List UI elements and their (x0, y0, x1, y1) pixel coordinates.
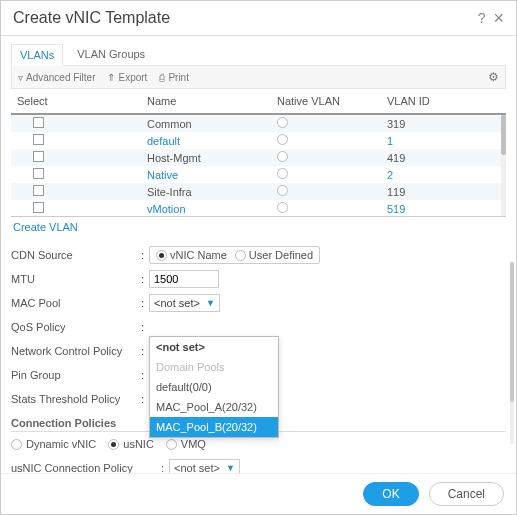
mac-pool-dropdown: <not set> Domain Pools default(0/0) MAC_… (149, 336, 279, 438)
col-select: Select (17, 95, 147, 107)
native-radio[interactable] (277, 151, 288, 162)
native-radio[interactable] (277, 185, 288, 196)
table-row[interactable]: Common 319 (11, 115, 506, 132)
dialog-title: Create vNIC Template (13, 9, 170, 27)
dropdown-option[interactable]: <not set> (150, 337, 278, 357)
chevron-down-icon: ▼ (206, 298, 215, 308)
cancel-button[interactable]: Cancel (429, 482, 504, 506)
chevron-down-icon: ▼ (226, 463, 235, 473)
cdn-source-label: CDN Source (11, 249, 141, 261)
col-vlan-id: VLAN ID (387, 95, 500, 107)
mac-pool-select[interactable]: <not set> ▼ (149, 294, 220, 312)
mtu-input[interactable] (149, 270, 219, 288)
dropdown-option[interactable]: MAC_Pool_A(20/32) (150, 397, 278, 417)
export-icon: ⇑ (107, 72, 115, 83)
row-checkbox[interactable] (33, 168, 44, 179)
network-control-policy-label: Network Control Policy (11, 345, 141, 357)
table-row[interactable]: vMotion 519 (11, 200, 506, 217)
print-icon: ⎙ (159, 72, 165, 83)
tab-vlan-groups[interactable]: VLAN Groups (69, 44, 153, 65)
row-checkbox[interactable] (33, 151, 44, 162)
dropdown-option[interactable]: default(0/0) (150, 377, 278, 397)
pin-group-label: Pin Group (11, 369, 141, 381)
table-row[interactable]: default 1 (11, 132, 506, 149)
table-row[interactable]: Host-Mgmt 419 (11, 149, 506, 166)
table-row[interactable]: Site-Infra 119 (11, 183, 506, 200)
export-button[interactable]: ⇑ Export (107, 72, 147, 83)
col-name: Name (147, 95, 277, 107)
cdn-source-radios[interactable]: vNIC Name User Defined (149, 246, 320, 264)
col-native: Native VLAN (277, 95, 387, 107)
gear-icon[interactable]: ⚙ (488, 70, 499, 84)
row-checkbox[interactable] (33, 134, 44, 145)
help-icon[interactable]: ? (478, 10, 486, 26)
row-checkbox[interactable] (33, 117, 44, 128)
vlan-scrollbar[interactable] (501, 115, 506, 216)
dropdown-option-disabled: Domain Pools (150, 357, 278, 377)
native-radio[interactable] (277, 202, 288, 213)
print-button[interactable]: ⎙ Print (159, 72, 189, 83)
mtu-label: MTU (11, 273, 141, 285)
cdn-user-radio[interactable] (235, 250, 246, 261)
dropdown-option-highlight[interactable]: MAC_Pool_B(20/32) (150, 417, 278, 437)
row-checkbox[interactable] (33, 202, 44, 213)
filter-icon: ▿ (18, 72, 23, 83)
usnic-radio[interactable] (108, 439, 119, 450)
stats-threshold-label: Stats Threshold Policy (11, 393, 141, 405)
mac-pool-label: MAC Pool (11, 297, 141, 309)
close-icon[interactable]: × (493, 11, 504, 25)
native-radio[interactable] (277, 134, 288, 145)
table-row[interactable]: Native 2 (11, 166, 506, 183)
native-radio[interactable] (277, 168, 288, 179)
create-vlan-link[interactable]: Create VLAN (11, 217, 506, 237)
qos-policy-label: QoS Policy (11, 321, 141, 333)
ok-button[interactable]: OK (363, 482, 418, 506)
native-radio[interactable] (277, 117, 288, 128)
row-checkbox[interactable] (33, 185, 44, 196)
body-scrollbar[interactable] (510, 262, 514, 444)
advanced-filter-button[interactable]: ▿ Advanced Filter (18, 72, 95, 83)
tab-vlans[interactable]: VLANs (11, 44, 63, 66)
dynamic-vnic-radio[interactable] (11, 439, 22, 450)
vmq-radio[interactable] (166, 439, 177, 450)
cdn-vnic-radio[interactable] (156, 250, 167, 261)
